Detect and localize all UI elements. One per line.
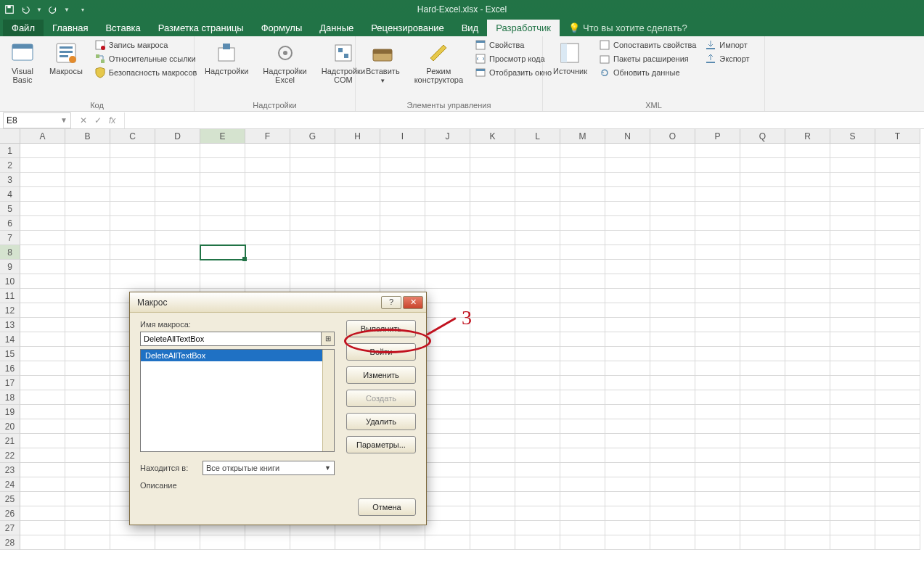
excel-addins-button[interactable]: Надстройки Excel — [260, 39, 309, 86]
row-header[interactable]: 13 — [0, 318, 20, 332]
undo-chevron-icon[interactable]: ▼ — [36, 7, 42, 13]
scrollbar[interactable] — [322, 350, 334, 451]
column-header[interactable]: O — [650, 129, 695, 144]
cancel-icon[interactable]: ✕ — [80, 115, 87, 126]
column-header[interactable]: B — [65, 129, 110, 144]
column-header[interactable]: P — [695, 129, 740, 144]
tab-formulas[interactable]: Формулы — [253, 20, 311, 36]
properties-button[interactable]: Свойства — [475, 39, 552, 51]
row-header[interactable]: 24 — [0, 477, 20, 492]
column-header[interactable]: J — [425, 129, 470, 144]
column-header[interactable]: C — [110, 129, 155, 144]
cancel-button[interactable]: Отмена — [358, 498, 416, 516]
column-header[interactable]: A — [20, 129, 65, 144]
tab-review[interactable]: Рецензирование — [362, 20, 452, 36]
column-header[interactable]: N — [605, 129, 650, 144]
tab-view[interactable]: Вид — [453, 20, 488, 36]
row-header[interactable]: 27 — [0, 521, 20, 535]
tab-home[interactable]: Главная — [44, 20, 97, 36]
column-header[interactable]: Q — [740, 129, 785, 144]
undo-icon[interactable] — [20, 4, 30, 15]
select-all-corner[interactable] — [0, 129, 20, 144]
row-header[interactable]: 20 — [0, 419, 20, 434]
locate-select[interactable]: Все открытые книги▼ — [203, 461, 335, 475]
column-header[interactable]: H — [335, 129, 380, 144]
view-code-button[interactable]: Просмотр кода — [475, 53, 552, 65]
row-header[interactable]: 22 — [0, 448, 20, 463]
row-header[interactable]: 9 — [0, 260, 20, 274]
xml-source-button[interactable]: Источник — [550, 39, 590, 77]
row-header[interactable]: 1 — [0, 144, 20, 158]
macro-security-button[interactable]: Безопасность макросов — [94, 67, 197, 78]
tell-me[interactable]: 💡Что вы хотите сделать? — [560, 20, 696, 36]
row-header[interactable]: 7 — [0, 231, 20, 245]
column-header[interactable]: T — [875, 129, 920, 144]
worksheet[interactable]: ABCDEFGHIJKLMNOPQRST 1234567891011121314… — [0, 129, 924, 563]
row-header[interactable]: 11 — [0, 289, 20, 303]
redo-icon[interactable] — [48, 4, 58, 15]
row-header[interactable]: 10 — [0, 274, 20, 289]
import-button[interactable]: Импорт — [705, 39, 749, 51]
formula-bar[interactable] — [124, 112, 924, 128]
macro-list[interactable]: DeleteAllTextBox — [140, 349, 335, 452]
row-header[interactable]: 3 — [0, 173, 20, 187]
help-button[interactable]: ? — [381, 296, 401, 309]
column-header[interactable]: E — [200, 129, 245, 144]
active-cell[interactable] — [200, 244, 246, 260]
list-item[interactable]: DeleteAllTextBox — [141, 350, 334, 361]
row-header[interactable]: 23 — [0, 463, 20, 477]
row-header[interactable]: 8 — [0, 245, 20, 260]
accept-icon[interactable]: ✓ — [94, 115, 102, 126]
export-button[interactable]: Экспорт — [705, 53, 749, 65]
row-header[interactable]: 14 — [0, 332, 20, 347]
row-header[interactable]: 15 — [0, 347, 20, 361]
column-header[interactable]: F — [245, 129, 290, 144]
tab-developer[interactable]: Разработчик — [487, 20, 560, 36]
save-icon[interactable] — [4, 4, 15, 15]
row-header[interactable]: 6 — [0, 216, 20, 231]
row-header[interactable]: 17 — [0, 376, 20, 390]
expansion-packs-button[interactable]: Пакеты расширения — [599, 53, 696, 65]
collapse-icon[interactable]: ⊞ — [322, 332, 335, 346]
row-header[interactable]: 28 — [0, 535, 20, 550]
visual-basic-button[interactable]: Visual Basic — [7, 39, 38, 86]
column-header[interactable]: R — [785, 129, 830, 144]
options-button[interactable]: Параметры... — [346, 436, 416, 453]
row-header[interactable]: 19 — [0, 405, 20, 419]
column-header[interactable]: D — [155, 129, 200, 144]
macros-button[interactable]: Макросы — [46, 39, 86, 77]
row-header[interactable]: 21 — [0, 434, 20, 448]
column-header[interactable]: L — [515, 129, 560, 144]
qat-customize-icon[interactable]: ▾ — [81, 7, 84, 13]
column-header[interactable]: K — [470, 129, 515, 144]
insert-control-button[interactable]: Вставить▼ — [363, 39, 403, 87]
column-header[interactable]: G — [290, 129, 335, 144]
column-header[interactable]: M — [560, 129, 605, 144]
row-header[interactable]: 2 — [0, 158, 20, 173]
column-header[interactable]: I — [380, 129, 425, 144]
tab-insert[interactable]: Вставка — [97, 20, 149, 36]
row-header[interactable]: 18 — [0, 390, 20, 405]
redo-chevron-icon[interactable]: ▼ — [64, 7, 70, 13]
delete-button[interactable]: Удалить — [346, 413, 416, 430]
map-props-button[interactable]: Сопоставить свойства — [599, 39, 696, 51]
tab-file[interactable]: Файл — [3, 20, 44, 36]
tab-layout[interactable]: Разметка страницы — [150, 20, 253, 36]
row-header[interactable]: 4 — [0, 187, 20, 202]
row-header[interactable]: 5 — [0, 202, 20, 216]
chevron-down-icon[interactable]: ▼ — [60, 116, 68, 124]
addins-button[interactable]: Надстройки — [202, 39, 251, 77]
refresh-data-button[interactable]: Обновить данные — [599, 67, 696, 78]
row-header[interactable]: 12 — [0, 303, 20, 318]
edit-button[interactable]: Изменить — [346, 366, 416, 384]
macro-name-input[interactable] — [140, 332, 322, 346]
name-box[interactable]: E8▼ — [3, 112, 71, 128]
row-header[interactable]: 16 — [0, 361, 20, 376]
close-button[interactable]: ✕ — [403, 296, 423, 309]
fx-icon[interactable]: fx — [109, 115, 115, 126]
run-dialog-button[interactable]: Отобразить окно — [475, 67, 552, 78]
row-header[interactable]: 26 — [0, 506, 20, 521]
record-macro-button[interactable]: Запись макроса — [94, 39, 197, 51]
design-mode-button[interactable]: Режим конструктора — [412, 39, 466, 86]
row-header[interactable]: 25 — [0, 492, 20, 506]
